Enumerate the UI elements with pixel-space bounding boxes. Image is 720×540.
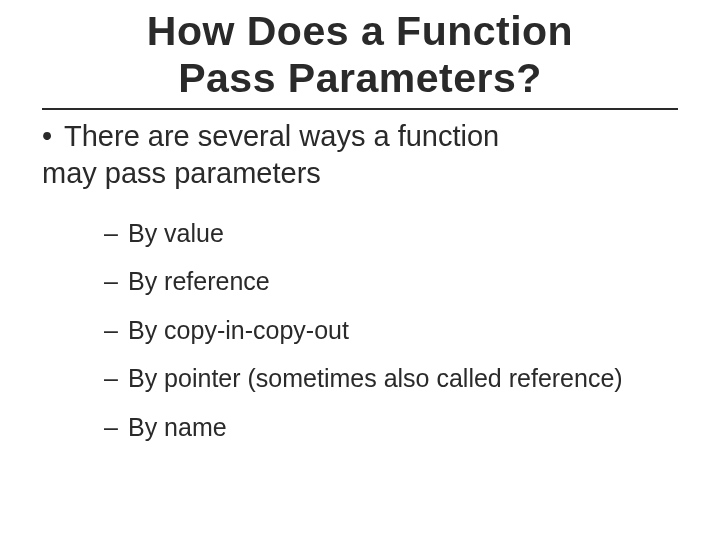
list-item: – By copy-in-copy-out — [104, 306, 678, 355]
dash-icon: – — [104, 266, 128, 297]
dash-icon: – — [104, 218, 128, 249]
dash-icon: – — [104, 315, 128, 346]
list-item: – By reference — [104, 257, 678, 306]
list-item: – By value — [104, 209, 678, 258]
bullet-marker: • — [42, 118, 64, 154]
slide: How Does a Function Pass Parameters? •Th… — [0, 0, 720, 540]
sub-item-text: By value — [128, 218, 678, 249]
sub-item-text: By reference — [128, 266, 678, 297]
bullet-text-line-1: There are several ways a function — [64, 120, 499, 152]
title-line-1: How Does a Function — [147, 8, 573, 54]
dash-icon: – — [104, 412, 128, 443]
slide-title: How Does a Function Pass Parameters? — [42, 0, 678, 110]
slide-body: •There are several ways a function may p… — [42, 110, 678, 451]
title-line-2: Pass Parameters? — [178, 55, 542, 101]
bullet-text-line-2: may pass parameters — [42, 157, 321, 189]
sub-item-text: By copy-in-copy-out — [128, 315, 678, 346]
sub-item-text: By name — [128, 412, 678, 443]
list-item: – By pointer (sometimes also called refe… — [104, 354, 678, 403]
list-item: – By name — [104, 403, 678, 452]
sub-item-text: By pointer (sometimes also called refere… — [128, 363, 678, 394]
bullet-item: •There are several ways a function may p… — [42, 116, 678, 199]
sub-list: – By value – By reference – By copy-in-c… — [42, 199, 678, 452]
dash-icon: – — [104, 363, 128, 394]
